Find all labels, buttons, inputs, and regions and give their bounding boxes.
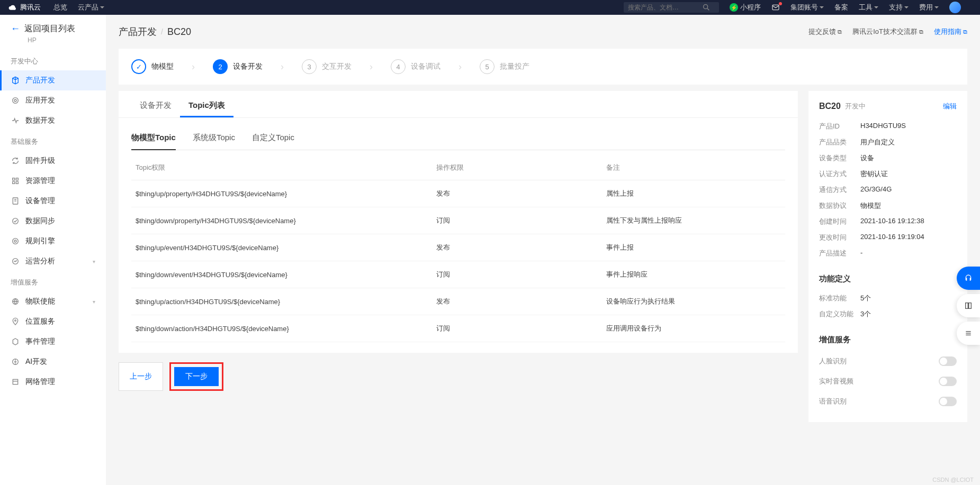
sidebar-item-1-0[interactable]: 固件升级 — [0, 151, 106, 171]
sidebar-item-label: 网络管理 — [25, 377, 55, 387]
sidebar-item-2-2[interactable]: 事件管理 — [0, 332, 106, 352]
progress-steps: ✓物模型›2设备开发›3交互开发›4设备调试›5批量投产 — [119, 49, 967, 85]
account-menu[interactable]: 集团账号 — [790, 3, 824, 12]
outer-tab-1[interactable]: Topic列表 — [180, 95, 233, 117]
detail-value: 密钥认证 — [860, 169, 888, 179]
svg-rect-8 — [16, 181, 18, 184]
svg-rect-6 — [16, 178, 18, 180]
table-cell-perm: 订阅 — [432, 207, 602, 234]
next-button[interactable]: 下一步 — [174, 367, 219, 386]
detail-row: 产品品类用户自定义 — [819, 134, 957, 150]
box-icon — [11, 377, 20, 387]
step-label: 物模型 — [151, 62, 174, 71]
detail-key: 产品ID — [819, 122, 860, 131]
breadcrumb-root[interactable]: 产品开发 — [119, 25, 157, 38]
sidebar-item-2-1[interactable]: 位置服务 — [0, 312, 106, 332]
detail-value: 用户自定义 — [860, 138, 895, 147]
doc-icon — [11, 196, 20, 206]
step-number: 3 — [302, 59, 317, 74]
grid-icon — [11, 176, 20, 186]
mini-program[interactable]: ⚡小程序 — [730, 3, 761, 12]
avatar[interactable] — [949, 2, 961, 13]
prev-button[interactable]: 上一步 — [119, 362, 163, 391]
step-label: 设备开发 — [233, 62, 263, 71]
step-4[interactable]: 5批量投产 — [480, 59, 529, 74]
nav-products[interactable]: 云产品 — [78, 3, 104, 12]
detail-value: - — [860, 249, 862, 258]
breadcrumb-current: BC20 — [167, 26, 191, 38]
table-cell-note: 事件上报 — [602, 234, 785, 261]
search-input[interactable] — [628, 4, 702, 11]
sidebar-item-1-2[interactable]: 设备管理 — [0, 191, 106, 211]
nav-group-title: 基础服务 — [0, 131, 106, 151]
sidebar-item-2-3[interactable]: AI开发 — [0, 352, 106, 372]
sidebar-item-label: 数据同步 — [25, 216, 55, 226]
table-cell-note: 事件上报响应 — [602, 261, 785, 288]
sidebar-item-1-3[interactable]: 数据同步 — [0, 211, 106, 231]
table-cell-note: 设备响应行为执行结果 — [602, 288, 785, 315]
external-link-icon: ⧉ — [963, 29, 967, 35]
toggle-label: 语音识别 — [819, 397, 847, 406]
menu-button[interactable] — [957, 322, 980, 345]
sidebar-item-label: 位置服务 — [25, 317, 55, 326]
svg-point-0 — [704, 5, 708, 9]
step-3[interactable]: 4设备调试 — [391, 59, 440, 74]
step-label: 批量投产 — [500, 62, 529, 71]
detail-key: 创建时间 — [819, 217, 860, 226]
edit-link[interactable]: 编辑 — [943, 102, 957, 111]
table-header: Topic权限 — [131, 155, 432, 180]
table-row: $thing/up/property/H34DHGTU9S/${deviceNa… — [131, 180, 785, 207]
back-to-projects[interactable]: ← 返回项目列表 — [0, 15, 106, 36]
sidebar-item-label: 产品开发 — [25, 76, 55, 85]
page-action-1[interactable]: 腾讯云IoT技术交流群⧉ — [852, 27, 923, 36]
page-action-2[interactable]: 使用指南⧉ — [934, 27, 967, 36]
svg-point-4 — [13, 98, 19, 104]
toggle-switch[interactable] — [939, 377, 957, 386]
nav-overview[interactable]: 总览 — [53, 3, 67, 12]
support-chat-button[interactable] — [957, 267, 980, 290]
func-row: 标准功能5个 — [819, 290, 957, 306]
sidebar-item-0-0[interactable]: 产品开发 — [0, 70, 106, 90]
sidebar-item-0-2[interactable]: 数据开发 — [0, 111, 106, 131]
messages[interactable] — [771, 3, 780, 12]
chevron-down-icon: ▾ — [93, 259, 95, 264]
page-action-0[interactable]: 提交反馈⧉ — [808, 27, 842, 36]
right-panel: BC20 开发中 编辑 产品IDH34DHGTU9S产品品类用户自定义设备类型设… — [808, 91, 967, 422]
step-1[interactable]: 2设备开发 — [213, 59, 263, 74]
svg-point-12 — [13, 218, 19, 224]
sidebar-item-1-4[interactable]: 规则引擎 — [0, 231, 106, 251]
step-divider: › — [358, 61, 384, 72]
detail-value: 物模型 — [860, 201, 881, 211]
step-2[interactable]: 3交互开发 — [302, 59, 352, 74]
inner-tab-0[interactable]: 物模型Topic — [131, 129, 176, 150]
nav-fees[interactable]: 费用 — [919, 3, 939, 12]
sidebar-item-1-5[interactable]: 运营分析▾ — [0, 251, 106, 271]
docs-button[interactable] — [957, 294, 980, 317]
step-0[interactable]: ✓物模型 — [131, 59, 174, 74]
table-row: $thing/down/event/H34DHGTU9S/${deviceNam… — [131, 261, 785, 288]
nav-beian[interactable]: 备案 — [834, 3, 848, 12]
nav-support[interactable]: 支持 — [889, 3, 909, 12]
brand-logo[interactable]: 腾讯云 — [8, 3, 41, 12]
svg-point-3 — [14, 99, 16, 102]
toggle-row-2: 语音识别 — [819, 391, 957, 411]
svg-point-17 — [15, 320, 16, 322]
sidebar-item-0-1[interactable]: 应用开发 — [0, 90, 106, 111]
sidebar-item-2-0[interactable]: 物联使能▾ — [0, 291, 106, 312]
search-box[interactable] — [624, 2, 719, 13]
book-icon — [964, 301, 973, 310]
svg-line-1 — [707, 8, 709, 10]
sidebar-item-2-4[interactable]: 网络管理 — [0, 372, 106, 392]
nav-tools[interactable]: 工具 — [859, 3, 878, 12]
sidebar-item-1-1[interactable]: 资源管理 — [0, 171, 106, 191]
toggle-switch[interactable] — [939, 397, 957, 406]
refresh-icon — [11, 156, 20, 166]
topic-table: Topic权限操作权限备注 $thing/up/property/H34DHGT… — [131, 155, 785, 342]
outer-tab-0[interactable]: 设备开发 — [131, 95, 180, 117]
inner-tab-2[interactable]: 自定义Topic — [252, 129, 294, 150]
toggle-switch[interactable] — [939, 356, 957, 366]
inner-tab-1[interactable]: 系统级Topic — [193, 129, 235, 150]
toggle-row-0: 人脸识别 — [819, 351, 957, 371]
step-number: 5 — [480, 59, 495, 74]
table-row: $thing/up/action/H34DHGTU9S/${deviceName… — [131, 288, 785, 315]
